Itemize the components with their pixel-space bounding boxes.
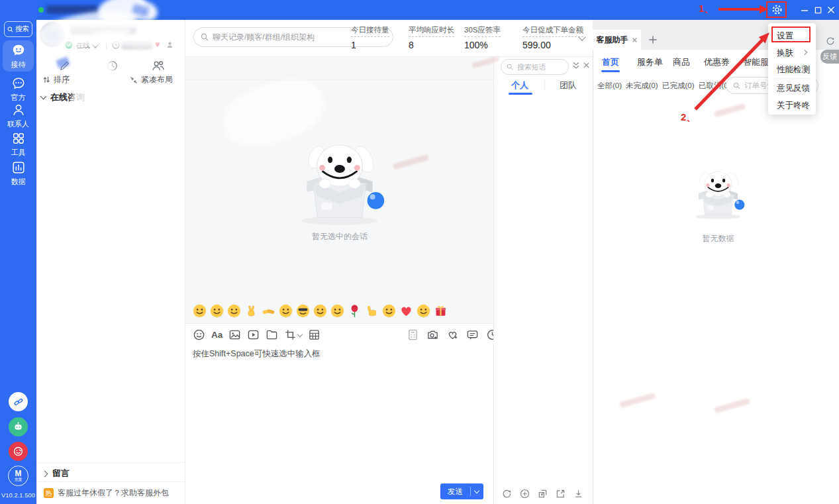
filter-unfinished[interactable]: 未完成(0) [626,81,658,91]
image-icon[interactable] [228,328,241,341]
sidebar-item-data[interactable]: 数据 [0,160,36,187]
minimize-button[interactable] [797,3,812,17]
table-icon[interactable] [308,328,321,341]
phrases-close-icon[interactable] [583,62,590,69]
add-circle-icon[interactable] [520,489,530,499]
chevron-down-icon [40,93,47,100]
stat-label: 今日接待量 [351,25,389,37]
menu-item-about[interactable]: 关于咚咚 [777,100,810,111]
section-messages-label: 留言 [52,468,70,479]
phrases-tab-personal[interactable]: 个人 [511,79,528,91]
tab-home[interactable]: 首页 [602,56,619,68]
link-plugin-button[interactable] [9,392,28,411]
sidebar-item-label: 官方 [0,93,36,103]
filter-finished[interactable]: 已完成(0) [662,81,695,91]
robot-icon [13,421,24,432]
tab-coupons[interactable]: 优惠券 [704,56,730,68]
person-icon [11,103,26,117]
emoji-hiding-face[interactable] [417,304,430,318]
dongdong-workbench-window: 搜索 接待 官方 联系人 工具 数据 [0,0,839,504]
calculator-icon[interactable] [407,328,419,341]
external-icon[interactable] [556,489,566,499]
user-avatar[interactable] [40,22,65,47]
maximize-button[interactable] [811,3,825,17]
tab-close-icon[interactable] [632,37,638,43]
emoji-blush[interactable] [330,304,344,318]
status-divider [106,40,107,49]
emoji-headband[interactable] [313,304,327,318]
send-options-chevron[interactable] [474,488,479,493]
window-status-dot [38,7,44,13]
emoji-thinking[interactable] [279,304,293,318]
download-icon[interactable] [573,489,583,499]
emoji-cool[interactable] [296,304,310,318]
send-button[interactable]: 发送 [440,483,483,499]
sidebar-item-contacts[interactable]: 联系人 [0,103,36,129]
refresh-icon[interactable] [502,489,512,499]
import-icon[interactable] [538,489,548,499]
sidebar-search-button[interactable]: 搜索 [4,21,32,37]
assistant-empty-text: 暂无数据 [687,233,750,244]
sidebar-item-label: 联系人 [0,119,36,129]
emoji-heart[interactable] [399,304,413,318]
font-icon[interactable]: Aa [211,330,222,340]
menu-item-skin[interactable]: 换肤 [777,48,793,59]
menu-item-settings[interactable]: 设置 [777,30,793,42]
sidebar-item-reception[interactable]: 接待 [0,43,36,70]
stat-label: 今日促成下单金额 [522,25,583,37]
assistant-tab[interactable]: 客服助手 [593,30,641,50]
clock-icon[interactable] [106,60,119,72]
menu-item-performance[interactable]: 性能检测 [777,64,810,76]
emoji-monocle[interactable] [382,304,396,318]
menu-item-feedback[interactable]: 意见反馈 [777,83,810,94]
emoji-rose[interactable] [348,304,362,318]
video-icon[interactable] [247,328,260,341]
emoji-smirk[interactable] [227,304,241,318]
sort-button[interactable]: 排序 [42,74,70,85]
messages-section-divider [36,462,185,463]
add-tab-icon[interactable] [648,35,658,44]
emoji-smile[interactable] [193,304,207,318]
screenshot-button[interactable] [284,328,302,341]
emoji-victory[interactable] [244,304,258,318]
tab-service-order[interactable]: 服务单 [637,56,663,68]
online-status-icon [65,41,73,49]
close-button[interactable] [824,3,838,17]
promo-banner[interactable]: 热 客服过年休假了？求助客服外包 [36,481,185,504]
global-search-placeholder: 聊天记录/顾客/群组/组织架构 [213,32,315,43]
settings-gear-button[interactable] [769,2,784,17]
phrases-tab-team[interactable]: 团队 [560,79,577,91]
people-icon[interactable] [151,58,166,73]
sidebar-item-official[interactable]: 官方 [0,76,36,103]
section-messages[interactable]: 留言 [42,468,70,479]
feedback-side-tab[interactable]: 反馈 [820,50,839,64]
sidebar-item-tools[interactable]: 工具 [0,131,36,158]
chevron-down-icon [91,40,99,48]
status-selector[interactable]: 在线 [65,40,98,50]
camera-plus-icon[interactable] [426,328,439,341]
customer-service-button[interactable] [9,442,28,461]
stat-label: 平均响应时长 [409,25,454,37]
input-hint: 按住Shift+Space可快速选中输入框 [193,348,321,360]
emoji-hand-over-mouth[interactable] [210,304,224,318]
emoji-picker-icon[interactable] [193,328,205,341]
status-label: 在线 [75,40,90,50]
double-chevron-down-icon[interactable] [572,61,580,70]
compact-layout-button[interactable]: 紧凑布局 [130,74,173,85]
tab-products[interactable]: 商品 [673,56,690,68]
quick-reply-icon[interactable] [466,328,479,341]
folder-icon[interactable] [266,328,278,341]
heart-plus-icon[interactable] [446,328,459,341]
jingmai-badge[interactable]: M 京麦 [8,466,28,486]
emoji-gift[interactable] [434,304,448,318]
link-icon [13,397,24,407]
filter-all[interactable]: 全部(0) [597,81,622,91]
assistant-refresh-icon[interactable] [826,36,835,46]
phrase-search-input[interactable]: 搜索短语 [501,59,569,75]
stat-label: 30S应答率 [464,25,501,37]
emoji-thumbs-up[interactable] [365,304,379,318]
emoji-handshake[interactable] [262,304,275,318]
robot-assistant-button[interactable] [9,417,28,436]
section-online-consult[interactable]: 在线咨询 [41,91,85,103]
chevron-right-icon [42,470,48,477]
